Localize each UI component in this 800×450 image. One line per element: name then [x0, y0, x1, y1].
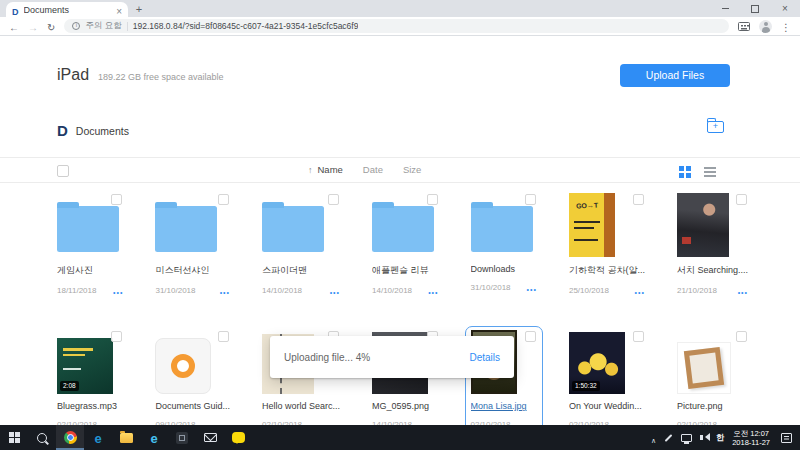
taskbar-edge[interactable]: [84, 425, 112, 450]
upload-files-button[interactable]: Upload Files: [620, 64, 730, 87]
more-icon[interactable]: [428, 281, 438, 299]
sort-direction-icon: ↑: [308, 165, 313, 175]
file-tile[interactable]: Documents Guid... 09/10/2018: [155, 330, 230, 425]
file-tile[interactable]: 게임사진 18/11/2018: [57, 193, 123, 299]
item-checkbox[interactable]: [111, 194, 122, 205]
more-icon[interactable]: [635, 281, 645, 299]
file-tile[interactable]: 미스터선샤인 31/10/2018: [155, 193, 230, 299]
more-icon[interactable]: [330, 415, 340, 425]
taskbar: 한 오전 12:07 2018-11-27: [0, 425, 800, 450]
back-icon[interactable]: [9, 17, 19, 35]
view-toggles: [679, 166, 716, 178]
taskbar-internet-explorer[interactable]: [140, 425, 168, 450]
file-tile[interactable]: Picture.png 02/10/2018: [677, 330, 748, 425]
system-tray: 한 오전 12:07 2018-11-27: [651, 425, 800, 450]
grid-view-icon[interactable]: [679, 166, 684, 171]
start-button[interactable]: [0, 425, 28, 450]
file-name: Documents Guid...: [155, 401, 230, 411]
item-checkbox[interactable]: [736, 194, 747, 205]
details-link[interactable]: Details: [469, 352, 500, 363]
upload-toast: Uploading file... 4% Details: [270, 336, 514, 378]
file-tile[interactable]: 1:50:32 On Your Weddin... 02/10/2018: [569, 330, 645, 425]
taskbar-chrome[interactable]: [56, 425, 84, 450]
network-icon[interactable]: [681, 434, 692, 442]
maximize-icon[interactable]: [740, 0, 770, 17]
item-checkbox[interactable]: [427, 194, 438, 205]
item-checkbox[interactable]: [633, 331, 644, 342]
tab-close-icon[interactable]: [116, 1, 122, 19]
taskbar-dark-app[interactable]: [168, 425, 196, 450]
file-tile[interactable]: 서치 Searching.... 21/10/2018: [677, 193, 748, 299]
more-icon[interactable]: [220, 415, 230, 425]
item-checkbox[interactable]: [218, 194, 229, 205]
taskbar-mail[interactable]: [196, 425, 224, 450]
sort-name-label: Name: [318, 164, 343, 175]
profile-avatar[interactable]: [759, 20, 772, 33]
item-checkbox[interactable]: [633, 194, 644, 205]
more-icon[interactable]: [330, 281, 340, 299]
taskbar-clock[interactable]: 오전 12:07 2018-11-27: [732, 429, 770, 447]
browser-menu-icon[interactable]: [781, 17, 791, 35]
item-checkbox[interactable]: [736, 331, 747, 342]
volume-icon[interactable]: [700, 435, 703, 440]
new-folder-icon[interactable]: [707, 121, 724, 133]
new-tab-button[interactable]: [128, 2, 150, 17]
more-icon[interactable]: [738, 415, 748, 425]
file-date: 21/10/2018: [677, 286, 717, 295]
file-grid: 게임사진 18/11/2018 미스터선샤인 31/10/2018 스파이더맨 …: [57, 193, 748, 425]
more-icon[interactable]: [220, 281, 230, 299]
file-name: 스파이더맨: [262, 264, 340, 277]
browser-tab-strip: Documents: [0, 0, 800, 17]
sort-by-size[interactable]: Size: [403, 164, 421, 175]
select-all-checkbox[interactable]: [57, 165, 69, 177]
dark-app-icon: [176, 432, 188, 444]
sort-by-date[interactable]: Date: [363, 164, 383, 175]
close-icon[interactable]: [770, 0, 800, 17]
item-checkbox[interactable]: [525, 194, 536, 205]
file-tile[interactable]: GO→T 기하학적 공차(알... 25/10/2018: [569, 193, 645, 299]
file-name: On Your Weddin...: [569, 401, 645, 411]
item-checkbox[interactable]: [218, 331, 229, 342]
action-center-icon[interactable]: [781, 433, 792, 443]
folder-icon: [155, 206, 217, 252]
folder-icon: [372, 206, 434, 252]
more-icon[interactable]: [738, 281, 748, 299]
address-bar[interactable]: 주의 요함 192.168.0.84/?sid=8f08645c-c607-4a…: [64, 19, 729, 33]
more-icon[interactable]: [113, 415, 123, 425]
more-icon[interactable]: [113, 281, 123, 299]
minimize-icon[interactable]: [710, 0, 740, 17]
windows-logo-icon: [9, 432, 20, 443]
item-checkbox[interactable]: [525, 331, 536, 342]
file-tile[interactable]: 2:08 Bluegrass.mp3 02/10/2018: [57, 330, 123, 425]
browser-tab[interactable]: Documents: [6, 2, 128, 17]
search-button[interactable]: [28, 425, 56, 450]
taskbar-kakaotalk[interactable]: [224, 425, 252, 450]
ime-indicator[interactable]: 한: [716, 432, 724, 443]
hidden-icons-chevron-icon[interactable]: [651, 429, 656, 447]
forward-icon[interactable]: [28, 17, 38, 35]
reload-icon[interactable]: [47, 17, 55, 35]
extension-icon[interactable]: [738, 22, 750, 31]
sort-by-name[interactable]: ↑Name: [308, 164, 343, 175]
pen-icon[interactable]: [665, 434, 673, 442]
taskbar-file-explorer[interactable]: [112, 425, 140, 450]
upload-progress-text: Uploading file... 4%: [284, 352, 370, 363]
security-indicator[interactable]: 주의 요함: [85, 20, 121, 32]
file-date: 25/10/2018: [569, 286, 609, 295]
list-view-icon[interactable]: [704, 167, 716, 169]
documents-logo-icon: [57, 122, 68, 140]
more-icon[interactable]: [428, 415, 438, 425]
window-controls: [710, 0, 800, 17]
site-info-icon[interactable]: [72, 22, 80, 30]
duration-badge: 1:50:32: [572, 381, 600, 391]
file-tile[interactable]: 스파이더맨 14/10/2018: [262, 193, 340, 299]
file-tile[interactable]: Downloads 31/10/2018: [471, 193, 537, 299]
more-icon[interactable]: [527, 278, 537, 296]
item-checkbox[interactable]: [111, 331, 122, 342]
file-date: 18/11/2018: [57, 286, 96, 295]
more-icon[interactable]: [527, 415, 537, 425]
item-checkbox[interactable]: [328, 194, 339, 205]
file-tile[interactable]: 애플펜슬 리뷰 14/10/2018: [372, 193, 438, 299]
more-icon[interactable]: [635, 415, 645, 425]
page-header: iPad 189.22 GB free space available: [57, 66, 224, 84]
